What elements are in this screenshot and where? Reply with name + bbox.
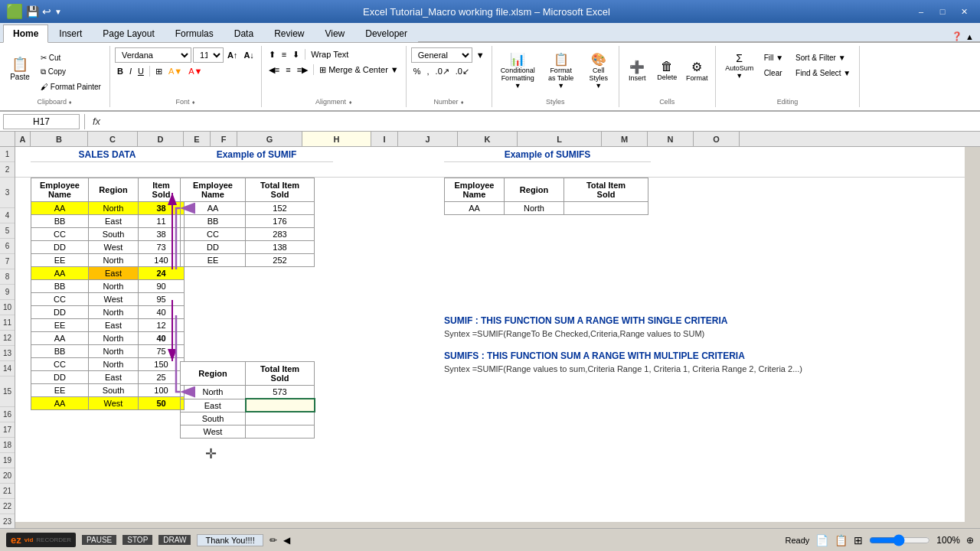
number-format-dropdown[interactable]: ▼ xyxy=(474,48,487,62)
cell-styles-button[interactable]: 🎨 Cell Styles ▼ xyxy=(583,51,614,90)
clipboard-expand-icon[interactable]: ⬧ xyxy=(68,98,72,106)
zoom-in-icon[interactable]: ⊕ xyxy=(966,535,974,546)
font-family-selector[interactable]: Verdana xyxy=(115,47,191,63)
tab-view[interactable]: View xyxy=(315,24,354,42)
col-header-f[interactable]: F xyxy=(211,132,237,146)
clear-button[interactable]: Clear xyxy=(760,66,787,80)
paste-button[interactable]: 📋 Paste xyxy=(5,49,35,87)
number-format-selector[interactable]: General xyxy=(411,47,472,63)
font-increase-button[interactable]: A↑ xyxy=(225,48,240,62)
font-size-selector[interactable]: 11 xyxy=(193,47,224,63)
tab-page-layout[interactable]: Page Layout xyxy=(93,24,164,42)
conditional-formatting-button[interactable]: 📊 Conditional Formatting ▼ xyxy=(497,51,539,90)
col-header-o[interactable]: O xyxy=(694,132,740,146)
format-painter-button[interactable]: 🖌 Format Painter xyxy=(37,80,105,93)
font-decrease-button[interactable]: A↓ xyxy=(241,48,256,62)
sheet-view-normal-icon[interactable]: 📄 xyxy=(815,534,828,546)
close-button[interactable]: ✕ xyxy=(954,4,974,19)
row-num-2: 2 xyxy=(0,162,15,178)
decrease-decimal-button[interactable]: .0↙ xyxy=(453,64,472,78)
find-select-button[interactable]: Find & Select ▼ xyxy=(792,66,854,80)
tab-review[interactable]: Review xyxy=(264,24,314,42)
col-header-i[interactable]: I xyxy=(371,132,398,146)
tab-data[interactable]: Data xyxy=(224,24,263,42)
sheet-content: SALES DATA Example of SUMIF Example of S… xyxy=(15,147,965,522)
col-header-b[interactable]: B xyxy=(31,132,88,146)
pause-button[interactable]: PAUSE xyxy=(82,535,116,545)
merge-center-button[interactable]: ⊞ Merge & Center ▼ xyxy=(317,63,401,77)
draw-button[interactable]: DRAW xyxy=(158,535,191,545)
number-expand-icon[interactable]: ⬧ xyxy=(460,98,464,106)
stop-button[interactable]: STOP xyxy=(122,535,152,545)
cell-reference-box[interactable] xyxy=(3,114,80,129)
sheet-tab[interactable]: Thank You!!!! xyxy=(197,534,263,546)
format-as-table-button[interactable]: 📋 Format as Table ▼ xyxy=(542,51,580,90)
col-header-g[interactable]: G xyxy=(237,132,302,146)
tab-insert[interactable]: Insert xyxy=(49,24,92,42)
tab-developer[interactable]: Developer xyxy=(355,24,417,42)
autosum-button[interactable]: Σ AutoSum ▼ xyxy=(720,51,759,81)
underline-button[interactable]: U xyxy=(136,64,146,78)
paste-label: Paste xyxy=(10,73,30,81)
ribbon-minimize-icon[interactable]: ▲ xyxy=(965,32,974,41)
align-middle-button[interactable]: ≡ xyxy=(279,47,289,61)
number-group: General ▼ % , .0↗ .0↙ Number ⬧ xyxy=(407,46,492,107)
col-header-d[interactable]: D xyxy=(138,132,184,146)
col-header-m[interactable]: M xyxy=(602,132,648,146)
row-num-21: 21 xyxy=(0,484,15,499)
quick-access-undo[interactable]: ↩ xyxy=(42,5,51,18)
fill-color-button[interactable]: A▼ xyxy=(166,64,185,78)
percent-button[interactable]: % xyxy=(411,64,423,78)
col-header-e[interactable]: E xyxy=(184,132,211,146)
fill-button[interactable]: Fill ▼ xyxy=(760,51,787,64)
table-cell: BB xyxy=(181,215,246,228)
quick-access-save[interactable]: 💾 xyxy=(26,5,39,18)
minimize-button[interactable]: – xyxy=(911,4,931,19)
zoom-slider[interactable] xyxy=(869,534,930,546)
comma-button[interactable]: , xyxy=(425,64,432,78)
border-button[interactable]: ⊞ xyxy=(153,64,165,78)
col-header-j[interactable]: J xyxy=(398,132,458,146)
table-cell: 25 xyxy=(139,371,185,384)
col-header-k[interactable]: K xyxy=(458,132,518,146)
sheet-tab-plus[interactable]: ✏ xyxy=(270,535,277,546)
sheet-tab-scroll-left[interactable]: ◀ xyxy=(283,535,290,546)
maximize-button[interactable]: □ xyxy=(933,4,952,19)
sheet-view-break-icon[interactable]: ⊞ xyxy=(854,534,863,546)
align-top-button[interactable]: ⬆ xyxy=(266,47,278,61)
formula-input[interactable] xyxy=(106,116,977,127)
col-header-a[interactable]: A xyxy=(15,132,31,146)
active-cell[interactable] xyxy=(246,399,315,412)
title-bar-controls[interactable]: – □ ✕ xyxy=(911,4,974,19)
cut-button[interactable]: ✂ Cut xyxy=(37,51,105,64)
copy-button[interactable]: ⧉ Copy xyxy=(37,65,105,79)
tab-formulas[interactable]: Formulas xyxy=(165,24,224,42)
format-cells-button[interactable]: ⚙ Format xyxy=(684,51,710,90)
tab-home[interactable]: Home xyxy=(3,24,48,43)
delete-cells-button[interactable]: 🗑 Delete xyxy=(654,51,681,90)
insert-cells-button[interactable]: ➕ Insert xyxy=(624,51,651,90)
font-color-button[interactable]: A▼ xyxy=(186,64,204,78)
font-expand-icon[interactable]: ⬧ xyxy=(191,98,195,106)
alignment-expand-icon[interactable]: ⬧ xyxy=(348,98,352,106)
increase-decimal-button[interactable]: .0↗ xyxy=(433,64,452,78)
bold-button[interactable]: B xyxy=(115,64,126,78)
col-header-h[interactable]: H xyxy=(302,132,371,146)
insert-icon: ➕ xyxy=(629,60,645,74)
align-left-button[interactable]: ◀≡ xyxy=(266,63,282,77)
quick-access-dropdown[interactable]: ▼ xyxy=(54,8,62,16)
table-cell: CC xyxy=(31,228,89,241)
sort-filter-button[interactable]: Sort & Filter ▼ xyxy=(792,51,854,64)
help-icon[interactable]: ❓ xyxy=(952,31,962,41)
italic-button[interactable]: I xyxy=(127,64,134,78)
col-header-l[interactable]: L xyxy=(518,132,602,146)
align-center-button[interactable]: ≡ xyxy=(283,63,292,77)
align-bottom-button[interactable]: ⬇ xyxy=(290,47,302,61)
wrap-text-button[interactable]: Wrap Text xyxy=(309,47,351,61)
table-cell: North xyxy=(505,202,564,215)
sheet-view-layout-icon[interactable]: 📋 xyxy=(835,534,848,546)
align-right-button[interactable]: ≡▶ xyxy=(295,63,310,77)
col-header-n[interactable]: N xyxy=(648,132,694,146)
table-cell: 150 xyxy=(139,358,185,371)
col-header-c[interactable]: C xyxy=(88,132,138,146)
